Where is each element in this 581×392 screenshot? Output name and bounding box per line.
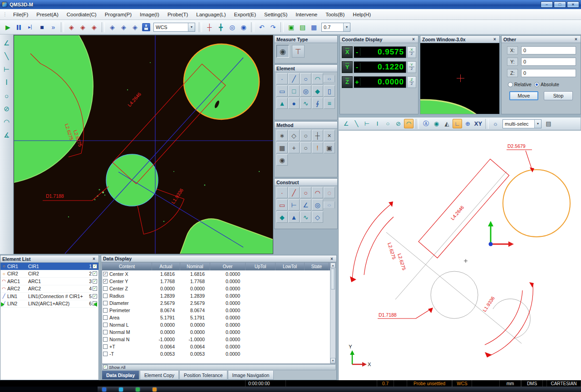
element-cylinder-button[interactable]: ▯	[324, 85, 335, 97]
half-z-button[interactable]: Z2	[407, 76, 416, 88]
taskbar-app-3[interactable]	[136, 387, 140, 392]
measure-distance-button[interactable]: ⊢	[2, 64, 12, 74]
element-closed-curve-button[interactable]: ∮	[312, 98, 323, 109]
cad-axis-button[interactable]: ∟	[453, 119, 462, 128]
row-checkbox[interactable]	[103, 344, 108, 349]
other-input-x[interactable]: 0	[521, 46, 576, 54]
menu-item-image-i[interactable]: Image(I)	[136, 10, 163, 19]
cad-measure-angle-button[interactable]: ∠	[341, 119, 351, 128]
element-ellipse-button[interactable]: ○	[324, 75, 335, 83]
autofocus-icon[interactable]: ◉	[238, 22, 249, 32]
data-row-radius[interactable]: Radius1.28391.28390.0000	[102, 292, 335, 299]
data-display-close-icon[interactable]: ×	[329, 256, 335, 261]
align-crosshair-icon[interactable]: ╋	[216, 22, 226, 32]
method-cross-button[interactable]: ┼	[312, 130, 323, 141]
element-polyline-button[interactable]: ≡	[324, 98, 335, 109]
construct-angle-button[interactable]: ∠	[300, 199, 311, 211]
method-point-cloud-button[interactable]: ∗	[276, 130, 288, 141]
minimize-button[interactable]: –	[541, 1, 553, 8]
method-circle-button[interactable]: ○	[300, 130, 311, 141]
other-input-z[interactable]: 0	[521, 69, 576, 77]
measure-height-button[interactable]: Ⅰ	[2, 78, 12, 88]
method-exclaim-button[interactable]: !	[312, 142, 323, 153]
xy-plane-icon[interactable]: XY	[473, 119, 483, 128]
print-icon[interactable]: ▤	[544, 119, 553, 128]
cad-measure-concentric-button[interactable]: ⊘	[394, 119, 403, 128]
selection-mode-combo[interactable]: multi-selec▾	[502, 119, 542, 128]
set-zero-z-button[interactable]: ◈	[130, 22, 140, 32]
target-icon[interactable]: ◎	[227, 22, 237, 32]
method-grid-button[interactable]: ▦	[276, 142, 288, 153]
cad-view[interactable]: D2.5679 L4.2646 L2.6275 L2.6275 L1.9336 …	[339, 131, 581, 379]
show-all-checkbox[interactable]: ✓	[103, 365, 108, 369]
construct-arc-button[interactable]: ◠	[312, 187, 323, 198]
row-checkbox[interactable]	[103, 301, 108, 305]
element-list-row-arc1[interactable]: ◠ARC1ARC13✓	[0, 278, 98, 285]
scrollbar-track[interactable]	[330, 290, 335, 358]
row-checkbox[interactable]	[103, 294, 108, 298]
column-header-state[interactable]: State	[305, 263, 329, 270]
undo-button[interactable]: ↶	[256, 22, 267, 32]
element-sphere-button[interactable]: ●	[288, 98, 300, 109]
method-plus-button[interactable]: +	[288, 142, 300, 153]
measure-angle-button[interactable]: ∠	[2, 38, 12, 48]
menu-item-export-e[interactable]: Export(E)	[230, 10, 261, 19]
construct-distance-button[interactable]: ⊢	[288, 199, 300, 211]
data-row-normal-l[interactable]: Normal L0.00000.00000.0000	[102, 321, 335, 328]
menu-item-coordiate-c[interactable]: Coordiate(C)	[63, 10, 101, 19]
title-bar[interactable]: QMS3D-M – □ ×	[0, 0, 581, 9]
save-icon[interactable]	[142, 23, 150, 31]
construct-point-button[interactable]: ∙	[276, 187, 288, 198]
fast-run-button[interactable]: »	[48, 22, 59, 32]
element-rectangle-button[interactable]: ▭	[276, 85, 288, 97]
cad-measure-distance-button[interactable]: ⊢	[362, 119, 372, 128]
column-header-over[interactable]: Over	[210, 263, 246, 270]
data-row-center-y[interactable]: ✓Center Y1.77681.77680.0000	[102, 278, 335, 285]
element-circle-button[interactable]: ○	[300, 73, 311, 84]
goto-origin-y-button[interactable]: ◈	[78, 22, 88, 32]
column-header-content[interactable]: Content	[102, 263, 152, 270]
scroll-up-icon[interactable]: ▲	[330, 263, 335, 268]
element-arc-button[interactable]: ◠	[312, 73, 323, 84]
show-all-bar[interactable]: ✓ Show All	[102, 364, 336, 370]
data-row-area[interactable]: Area5.17915.17910.0000	[102, 314, 335, 321]
element-list-row-lin2[interactable]: ╱LIN2LIN2(ARC1+ARC2)6✓	[0, 300, 98, 308]
construct-line-button[interactable]: ╱	[288, 187, 300, 198]
row-checkbox[interactable]: ✓	[103, 279, 108, 284]
element-visible-checkbox[interactable]: ✓	[93, 279, 97, 284]
menu-item-help-h[interactable]: Help(H)	[349, 10, 375, 19]
half-y-button[interactable]: Y2	[407, 61, 416, 73]
method-diamond-button[interactable]: ◇	[288, 130, 300, 141]
cad-shade-button[interactable]: ◭	[442, 119, 452, 128]
menu-item-setting-s[interactable]: Setting(S)	[260, 10, 291, 19]
zoom-window-close-icon[interactable]: ×	[492, 37, 497, 42]
menu-item-probe-t[interactable]: Probe(T)	[163, 10, 192, 19]
row-checkbox[interactable]	[103, 323, 108, 327]
element-square-button[interactable]: □	[288, 85, 300, 97]
image-compare-icon[interactable]: ▤	[297, 22, 308, 32]
element-cone-button[interactable]: ▲	[276, 98, 288, 109]
tab-element-copy[interactable]: Element Copy	[140, 371, 179, 380]
measure-angle2-button[interactable]: ∡	[2, 130, 12, 140]
data-row-diameter[interactable]: Diameter2.56792.56790.0000	[102, 299, 335, 307]
coordinate-display-close-icon[interactable]: ×	[411, 37, 416, 42]
move-button[interactable]: Move	[509, 91, 538, 100]
construct-ring-button[interactable]: ◎	[312, 199, 323, 211]
cad-select-label-button[interactable]: Ⓐ	[421, 119, 431, 128]
element-visible-checkbox[interactable]: ✓	[93, 271, 97, 276]
menu-item-preset-a[interactable]: Preset(A)	[32, 10, 63, 19]
row-checkbox[interactable]	[103, 308, 108, 313]
element-visible-checkbox[interactable]: ✓	[93, 264, 97, 269]
row-checkbox[interactable]	[103, 315, 108, 320]
axis-icon-y[interactable]: Y	[342, 61, 353, 73]
menu-item-language-l[interactable]: Language(L)	[192, 10, 230, 19]
half-x-button[interactable]: X2	[407, 46, 416, 58]
row-checkbox[interactable]	[103, 352, 108, 356]
data-row-t[interactable]: +T0.00640.00640.0000	[102, 343, 335, 350]
zoom-view[interactable]	[420, 43, 499, 114]
cad-settings-gear-icon[interactable]: ☼	[491, 119, 500, 128]
construct-ellipse-button[interactable]: ◌	[324, 187, 335, 198]
menu-item-tools-b[interactable]: Tools(B)	[321, 10, 349, 19]
data-row-t[interactable]: -T0.00530.00530.0000	[102, 350, 335, 358]
column-header-uptol[interactable]: UpTol	[246, 263, 276, 270]
